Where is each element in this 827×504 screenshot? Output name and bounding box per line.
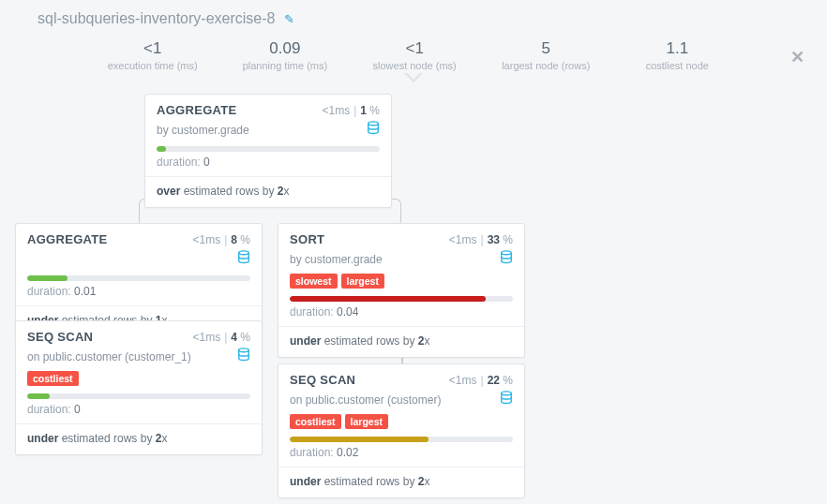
duration-line: duration: 0.02 [278,444,524,467]
stat-slowest-node: <1 slowest node (ms) [372,39,457,71]
node-time: <1ms|1 % [322,104,380,117]
estimate-line: over estimated rows by 2x [145,177,391,207]
node-subtitle-row: on public.customer (customer) [278,391,524,414]
node-subtitle-row: on public.customer (customer_1) [16,348,262,371]
plan-node-seqscan-left[interactable]: SEQ SCAN <1ms|4 % on public.customer (cu… [15,320,263,455]
estimate-line: under estimated rows by 2x [278,327,524,357]
stat-label: largest node (rows) [502,60,590,71]
duration-line: duration: 0.01 [16,283,262,305]
node-header: SEQ SCAN <1ms|4 % [16,321,262,348]
duration-line: duration: 0 [16,401,262,423]
estimate-line: under estimated rows by 2x [278,467,524,497]
node-header: AGGREGATE <1ms|8 % [16,224,262,250]
node-header: AGGREGATE <1ms|1 % [145,95,391,121]
tag-largest: largest [345,414,388,429]
node-header: SEQ SCAN <1ms|22 % [278,364,524,391]
node-subtitle-row: by customer.grade [145,121,391,144]
edit-icon[interactable]: ✎ [284,12,294,26]
database-icon[interactable] [367,121,380,139]
stat-label: execution time (ms) [108,60,198,71]
svg-point-1 [239,251,249,255]
duration-bar [27,275,250,281]
node-title: SEQ SCAN [27,330,93,344]
node-title: AGGREGATE [157,103,237,117]
stat-execution-time: <1 execution time (ms) [108,39,198,71]
duration-bar [290,296,513,302]
node-subtitle-row [16,250,262,274]
node-title: SORT [290,232,324,246]
database-icon[interactable] [237,250,250,268]
stat-largest-node: 5 largest node (rows) [502,39,590,71]
stat-value: 5 [502,39,590,58]
stat-label: costliest node [635,60,719,71]
plan-node-seqscan-right[interactable]: SEQ SCAN <1ms|22 % on public.customer (c… [278,363,525,498]
stats-bar: <1 execution time (ms) 0.09 planning tim… [0,30,827,75]
node-time: <1ms|8 % [192,233,250,246]
stat-label: slowest node (ms) [372,60,457,71]
stat-planning-time: 0.09 planning time (ms) [243,39,327,71]
node-subtitle-row: by customer.grade [278,250,524,274]
node-tags: slowest largest [278,274,524,294]
node-time: <1ms|22 % [449,374,513,387]
close-icon[interactable]: ✕ [790,47,804,67]
page-title: sql-subqueries-inventory-exercise-8 [38,10,275,27]
stat-value: 0.09 [243,39,327,58]
stat-value: 1.1 [635,39,719,58]
database-icon[interactable] [500,391,513,408]
svg-point-2 [239,348,249,352]
node-title: AGGREGATE [27,232,108,246]
database-icon[interactable] [500,250,513,268]
stat-costliest-node: 1.1 costliest node [635,39,719,71]
node-title: SEQ SCAN [290,373,355,387]
duration-bar [157,146,380,152]
svg-point-0 [368,122,379,126]
node-subtitle: on public.customer (customer) [290,393,441,407]
node-subtitle: by customer.grade [157,124,249,137]
estimate-line: under estimated rows by 2x [16,424,262,454]
node-time: <1ms|33 % [449,233,513,246]
node-time: <1ms|4 % [192,331,250,344]
node-subtitle: by customer.grade [290,253,383,266]
stat-value: <1 [372,39,457,58]
header: sql-subqueries-inventory-exercise-8 ✎ [0,0,827,30]
stat-label: planning time (ms) [243,60,327,71]
duration-bar [290,437,513,442]
node-subtitle: on public.customer (customer_1) [27,350,191,363]
stat-value: <1 [108,39,198,58]
node-tags: costliest [16,371,262,392]
database-icon[interactable] [237,348,250,365]
node-tags: costliest largest [278,414,524,435]
plan-node-aggregate-top[interactable]: AGGREGATE <1ms|1 % by customer.grade dur… [144,94,392,208]
duration-line: duration: 0 [145,154,391,176]
plan-canvas: AGGREGATE <1ms|1 % by customer.grade dur… [0,82,827,495]
tag-largest: largest [341,274,384,289]
tag-costliest: costliest [27,371,79,386]
tag-costliest: costliest [290,414,341,429]
duration-bar [27,393,250,399]
tag-slowest: slowest [290,274,338,289]
svg-point-4 [502,392,512,395]
duration-line: duration: 0.04 [278,304,524,326]
plan-node-sort[interactable]: SORT <1ms|33 % by customer.grade slowest… [278,223,525,358]
svg-point-3 [502,251,512,255]
node-header: SORT <1ms|33 % [278,224,524,250]
